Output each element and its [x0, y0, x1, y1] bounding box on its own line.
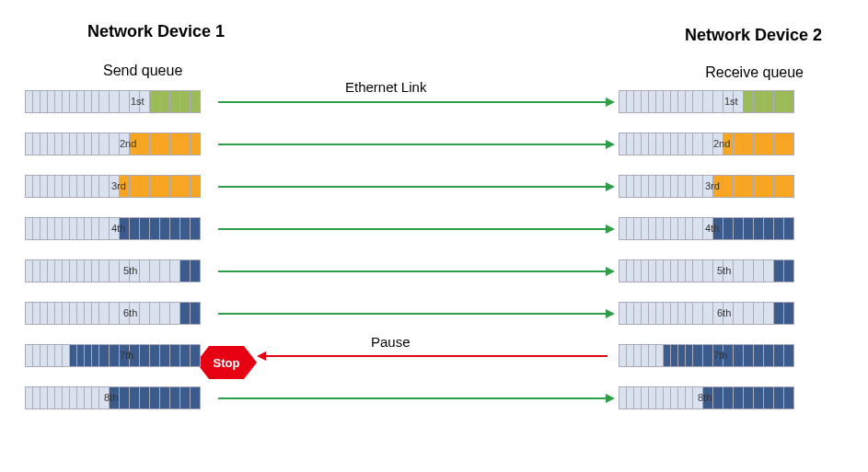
- queue-row: 6th: [619, 302, 812, 325]
- queue-label: 8th: [104, 392, 118, 403]
- queue-row: 2nd: [25, 132, 218, 155]
- queue-slot: [190, 90, 201, 113]
- link-arrow: [218, 144, 608, 145]
- queue-slot: [190, 259, 201, 282]
- queue-slot: [190, 132, 201, 155]
- queue-slot: [783, 175, 794, 198]
- queue-slot: [783, 90, 794, 113]
- queue-label: 8th: [698, 392, 712, 403]
- queue-label: 1st: [131, 96, 145, 107]
- link-arrow: [218, 101, 608, 103]
- arrowhead-icon: [606, 182, 615, 191]
- queue-row: 5th: [25, 259, 218, 282]
- queue-row: 7th: [619, 344, 812, 367]
- queue-row: 1st: [25, 90, 218, 113]
- queue-row: 7th: [25, 344, 218, 367]
- queue-label: 4th: [705, 223, 719, 234]
- arrowhead-icon: [606, 394, 615, 403]
- queue-label: 5th: [123, 265, 137, 276]
- queue-label: 2nd: [120, 138, 136, 149]
- queue-label: 6th: [717, 307, 731, 318]
- queue-label: 7th: [120, 350, 133, 361]
- send-queue-label: Send queue: [103, 63, 182, 79]
- queue-label: 4th: [111, 223, 125, 234]
- queue-slot: [190, 175, 201, 198]
- link-arrow: [218, 313, 608, 315]
- device-1-title: Network Device 1: [87, 22, 225, 41]
- queue-label: 3rd: [111, 180, 126, 191]
- pause-arrow: [264, 355, 608, 357]
- queue-row: 4th: [619, 217, 812, 240]
- link-arrow: [218, 271, 608, 272]
- queue-slot: [190, 302, 201, 325]
- queue-slot: [783, 259, 794, 282]
- queue-label: 5th: [717, 265, 731, 276]
- link-arrow: [218, 228, 608, 230]
- ethernet-link-label: Ethernet Link: [345, 79, 426, 95]
- queue-slot: [190, 344, 201, 367]
- arrowhead-icon: [606, 309, 615, 318]
- queue-label: 3rd: [705, 180, 720, 191]
- queue-label: 6th: [123, 307, 137, 318]
- queue-row: 3rd: [619, 175, 812, 198]
- queue-slot: [783, 344, 794, 367]
- arrowhead-icon: [606, 140, 615, 149]
- queue-slot: [783, 217, 794, 240]
- queue-row: 5th: [619, 259, 812, 282]
- pause-label: Pause: [371, 334, 411, 350]
- queue-slot: [190, 386, 201, 409]
- queue-row: 4th: [25, 217, 218, 240]
- link-arrow: [218, 186, 608, 188]
- queue-row: 2nd: [619, 132, 812, 155]
- queue-row: 1st: [619, 90, 812, 113]
- arrowhead-icon: [606, 267, 615, 276]
- queue-slot: [783, 386, 794, 409]
- arrowhead-icon: [606, 224, 615, 234]
- queue-row: 8th: [25, 386, 218, 409]
- queue-label: 1st: [724, 96, 738, 107]
- queue-slot: [190, 217, 201, 240]
- device-2-title: Network Device 2: [685, 26, 822, 45]
- queue-row: 3rd: [25, 175, 218, 198]
- queue-label: 2nd: [713, 138, 730, 149]
- queue-label: 7th: [713, 350, 727, 361]
- queue-row: 6th: [25, 302, 218, 325]
- link-arrow: [218, 397, 608, 399]
- arrowhead-icon: [606, 98, 615, 107]
- queue-slot: [783, 132, 794, 155]
- queue-row: 8th: [619, 386, 812, 409]
- arrowhead-icon: [257, 351, 266, 361]
- receive-queue-label: Receive queue: [705, 64, 804, 81]
- queue-slot: [783, 302, 794, 325]
